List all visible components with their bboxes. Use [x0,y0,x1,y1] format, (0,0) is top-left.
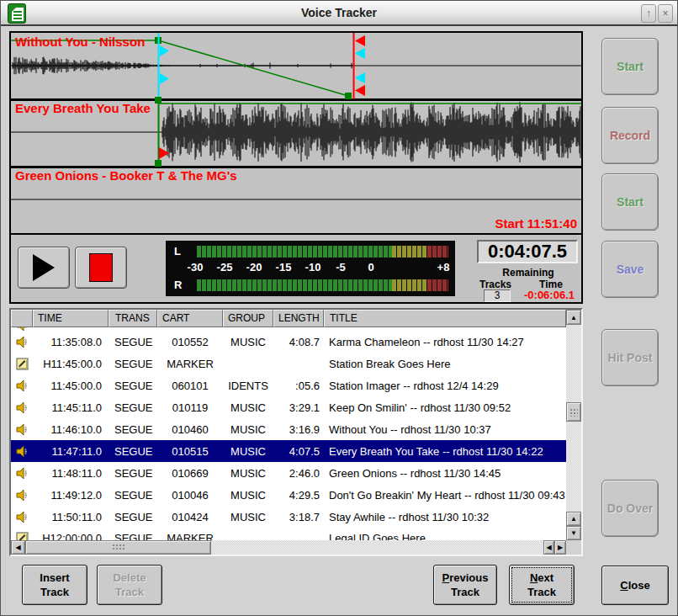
speaker-icon [16,445,29,458]
table-row[interactable]: 11:49:12.0SEGUE010046MUSIC4:29.5Don't Go… [11,484,566,506]
row-cell: 3:16.9 [273,423,324,436]
left-meter-bar [197,246,448,258]
row-cell: Legal ID Goes Here [324,528,566,540]
row-cell: Karma Chameleon -- rdhost 11/30 14:27 [324,336,566,348]
row-cell: 11:47:11.0 [33,445,109,458]
row-cell: :05.6 [273,380,324,392]
start2-button[interactable]: Start [601,173,659,231]
fade-handle[interactable] [345,93,352,99]
play-button[interactable] [18,247,70,289]
row-type-icon-cell [11,528,33,540]
table-row[interactable]: 11:45:00.0SEGUE060101IDENTS:05.6Station … [11,374,566,396]
next-track-button[interactable]: Next Track [509,565,575,605]
column-header-group[interactable]: GROUP [223,310,273,327]
row-cell: Stay Awhile -- rdhost 11/30 10:32 [324,511,566,523]
row-type-icon-cell [11,423,33,436]
row-cell: MUSIC [223,489,273,502]
row-cell: 060101 [157,380,223,392]
delete-track-button[interactable]: Delete Track [97,565,162,605]
marker-handle[interactable] [355,85,365,96]
remaining-tracks-label: Tracks [470,279,521,290]
remaining-tracks-value: 3 [484,289,511,302]
row-cell: MUSIC [223,511,273,523]
marker-handle[interactable] [160,45,169,56]
row-cell: MUSIC [223,336,273,348]
column-header-cart[interactable]: CART [157,310,223,327]
fade-handle[interactable] [155,97,162,104]
voicetrack-frame: Without You - Nilsson Every Breath You T… [9,31,583,304]
waveform-display[interactable] [11,33,581,233]
row-cell: Green Onions -- rdhost 11/30 14:45 [324,467,566,480]
hit-post-button[interactable]: Hit Post [601,329,659,386]
window-title: Voice Tracker [1,6,677,19]
transport-strip: L -30-25-20-15-10-50+8 R 0:04:07.5 Remai… [11,236,581,302]
scroll-up-icon[interactable]: ▲ [566,310,581,325]
row-cell: 4:07.5 [273,445,324,458]
speaker-icon [16,336,29,348]
column-header-icon[interactable] [11,310,33,327]
row-cell: MARKER [157,358,223,370]
row-cell: 4:29.5 [273,489,324,502]
table-row[interactable]: 11:50:11.0SEGUE010424MUSIC3:18.7Stay Awh… [11,506,566,528]
table-row[interactable]: 11:46:10.0SEGUE010460MUSIC3:16.9Without … [11,418,566,440]
row-cell: SEGUE [109,336,157,348]
marker-handle[interactable] [355,48,365,59]
row-type-icon-cell [11,336,33,348]
row-cell [223,528,273,532]
vertical-scrollbar[interactable]: ▲ ▲ ▼ [566,310,581,540]
column-header-title[interactable]: TITLE [324,310,566,327]
horizontal-scrollbar[interactable]: ◀ ◀ ▶ [11,540,566,555]
scroll-left-icon[interactable]: ◀ [11,540,25,555]
column-header-length[interactable]: LENGTH [273,310,324,327]
do-over-button[interactable]: Do Over [601,480,659,537]
column-header-trans[interactable]: TRANS [109,310,157,327]
table-row[interactable]: 11:35:08.0SEGUE010552MUSIC4:08.7Karma Ch… [11,331,566,353]
row-cell: H11:45:00.0 [33,358,109,370]
row-cell: SEGUE [109,489,157,502]
row-cell: Without You -- rdhost 11/30 10:37 [324,423,566,436]
marker-handle[interactable] [160,73,169,84]
scroll-left-icon[interactable]: ◀ [543,540,554,555]
waveform-area[interactable]: Without You - Nilsson Every Breath You T… [11,33,581,235]
table-row[interactable]: H12:00:00.0SEGUEMARKERLegal ID Goes Here [11,528,566,540]
record-button[interactable]: Record [601,107,659,164]
row-cell: MUSIC [223,467,273,480]
close-window-icon[interactable]: × [658,4,673,23]
marker-handle[interactable] [355,72,365,83]
scrollbar-corner [566,540,581,555]
row-cell: IDENTS [223,380,273,392]
table-row[interactable]: 11:45:11.0SEGUE010119MUSIC3:29.1Keep On … [11,396,566,418]
table-row[interactable]: 11:48:11.0SEGUE010669MUSIC2:46.0Green On… [11,462,566,484]
horizontal-scroll-thumb[interactable] [25,540,211,555]
right-channel-label: R [174,279,191,291]
save-button[interactable]: Save [601,241,659,298]
table-row[interactable]: 11:47:11.0SEGUE010515MUSIC4:07.5Every Br… [11,440,566,462]
speaker-icon [16,401,29,414]
previous-track-button[interactable]: Previous Track [433,565,497,605]
row-cell: SEGUE [109,445,157,458]
scroll-down-icon[interactable]: ▼ [566,526,581,540]
row-cell: Every Breath You Take -- rdhost 11/30 14… [324,445,566,458]
track3-title: Green Onions - Booker T & The MG's [15,168,237,183]
row-cell: Station Imager -- rdhost 12/4 14:29 [324,380,566,392]
titlebar[interactable]: Voice Tracker ↑ × [1,1,677,26]
shade-window-icon[interactable]: ↑ [641,4,656,23]
row-cell: 11:46:10.0 [33,423,109,436]
row-type-icon-cell [11,489,33,502]
marker-handle[interactable] [355,35,365,46]
row-cell: MUSIC [223,423,273,436]
speaker-icon [16,327,29,331]
meter-scale-label: -20 [246,261,262,273]
stop-button[interactable] [75,247,127,289]
insert-track-button[interactable]: Insert Track [22,565,87,605]
vertical-scroll-thumb[interactable] [566,402,581,422]
fade-handle[interactable] [155,160,162,167]
scroll-right-icon[interactable]: ▶ [554,540,566,555]
row-cell: 010119 [157,401,223,414]
column-header-time[interactable]: TIME [33,310,109,327]
scroll-up-icon[interactable]: ▲ [566,512,581,526]
close-button[interactable]: Close [601,566,669,605]
row-cell: 010669 [157,467,223,480]
table-row[interactable]: H11:45:00.0SEGUEMARKERStation Break Goes… [11,353,566,374]
start1-button[interactable]: Start [601,38,659,95]
